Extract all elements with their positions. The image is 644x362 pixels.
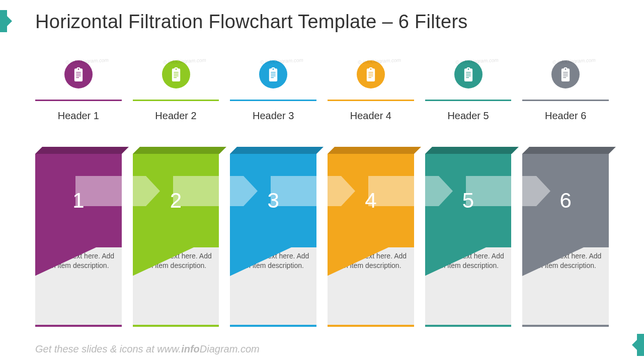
divider bbox=[133, 100, 219, 101]
filter-header: Header 6 bbox=[522, 110, 609, 122]
filter-header: Header 5 bbox=[425, 110, 512, 122]
panel-bottom: .filter:nth-child(1) .panel-diag::after{… bbox=[35, 247, 122, 288]
clipboard-icon bbox=[259, 60, 287, 88]
footer-suffix: Diagram.com bbox=[200, 343, 260, 354]
slide-title: Horizontal Filtration Flowchart Template… bbox=[35, 11, 468, 33]
panel-bottom: .filter:nth-child(5) .panel-diag::after{… bbox=[425, 247, 512, 288]
panel-bottom: .filter:nth-child(4) .panel-diag::after{… bbox=[328, 247, 414, 288]
filter-header: Header 3 bbox=[230, 110, 316, 122]
panel-top bbox=[230, 147, 324, 154]
panel-bottom: .filter:nth-child(6) .panel-diag::after{… bbox=[522, 247, 609, 288]
panel-bottom: .filter:nth-child(3) .panel-diag::after{… bbox=[230, 247, 316, 288]
accent-right bbox=[637, 334, 644, 356]
clipboard-icon bbox=[454, 60, 482, 88]
flow-arrow-5 bbox=[466, 176, 536, 206]
slide: Horizontal Filtration Flowchart Template… bbox=[0, 0, 644, 362]
filter-number: 6 bbox=[560, 189, 572, 213]
footer-prefix: Get these slides & icons at www. bbox=[35, 343, 181, 354]
filter-header: Header 2 bbox=[133, 110, 219, 122]
flow-arrow-3 bbox=[271, 176, 341, 206]
filter-header: Header 1 bbox=[35, 110, 122, 122]
panel-top bbox=[35, 147, 129, 154]
panel-top bbox=[425, 147, 519, 154]
clipboard-icon bbox=[357, 60, 385, 88]
flow-arrow-4 bbox=[368, 176, 439, 206]
divider bbox=[328, 100, 414, 101]
clipboard-icon bbox=[551, 60, 580, 88]
panel-top bbox=[522, 147, 616, 154]
clipboard-icon bbox=[64, 60, 93, 88]
divider bbox=[425, 100, 512, 101]
divider bbox=[522, 100, 609, 101]
panel-bottom: .filter:nth-child(2) .panel-diag::after{… bbox=[133, 247, 219, 288]
footer-bold: info bbox=[181, 343, 200, 354]
panel-top bbox=[133, 147, 226, 154]
accent-left bbox=[0, 10, 7, 32]
divider bbox=[35, 100, 122, 101]
footer-text: Get these slides & icons at www.infoDiag… bbox=[35, 343, 260, 355]
clipboard-icon bbox=[162, 60, 190, 88]
panel-top bbox=[328, 147, 421, 154]
flow-arrow-1 bbox=[75, 176, 146, 206]
divider bbox=[230, 100, 316, 101]
filter-header: Header 4 bbox=[328, 110, 414, 122]
flow-arrow-2 bbox=[173, 176, 244, 206]
